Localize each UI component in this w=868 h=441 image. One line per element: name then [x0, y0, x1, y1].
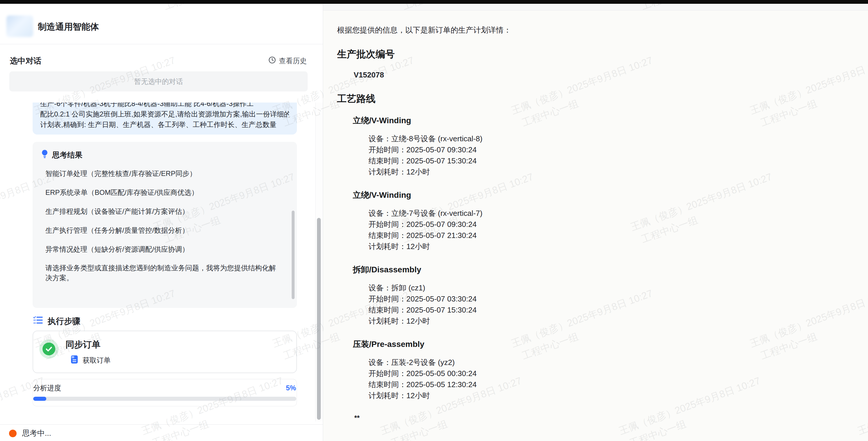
- route-section: 立绕/V-Winding 设备：立绕-7号设备 (rx-vertical-7) …: [337, 190, 850, 252]
- empty-chat-text: 暂无选中的对话: [134, 77, 183, 86]
- route-section-title: 立绕/V-Winding: [353, 190, 850, 200]
- route-end-time: 结束时间：2025-05-07 15:30:24: [369, 155, 850, 166]
- process-route-sections: 立绕/V-Winding 设备：立绕-8号设备 (rx-vertical-8) …: [337, 116, 850, 401]
- status-dot-icon: [9, 430, 17, 437]
- selected-chat-title: 选中对话: [10, 56, 41, 66]
- status-footer: 思考中...: [0, 424, 323, 441]
- thinking-item: 生产排程规划（设备验证/产能计算/方案评估）: [41, 206, 289, 217]
- route-device: 设备：压装-2号设备 (yz2): [369, 357, 850, 368]
- history-clock-icon: [268, 56, 276, 65]
- analysis-progress-card: 分析进度 5%: [33, 379, 297, 406]
- route-section-title: 拆卸/Disassembly: [353, 265, 850, 275]
- panel-scrollbar-thumb[interactable]: [317, 218, 321, 420]
- user-message-bubble: 生产-6个零件/机器-3机子能比8-4/机器-3辅助工能 比4-6/机器-3操作…: [33, 102, 297, 135]
- route-duration: 计划耗时：12小时: [369, 241, 850, 252]
- markdown-footnote: **: [354, 414, 850, 422]
- route-duration: 计划耗时：12小时: [369, 316, 850, 326]
- status-text: 思考中...: [22, 428, 51, 438]
- app-logo: [6, 16, 33, 37]
- thinking-item: ERP系统录单（BOM匹配/库存验证/供应商优选）: [41, 187, 289, 198]
- progress-label: 分析进度: [33, 383, 61, 393]
- route-start-time: 开始时间：2025-05-07 09:30:24: [369, 144, 850, 155]
- production-plan-panel: 根据您提供的信息，以下是新订单的生产计划详情： 生产批次编号 V152078 工…: [323, 10, 868, 441]
- view-history-button[interactable]: 查看历史: [268, 56, 307, 65]
- thinking-item: 智能订单处理（完整性核查/库存验证/ERP同步）: [41, 168, 289, 179]
- progress-bar-fill: [33, 397, 46, 401]
- step-success-halo: [39, 339, 59, 359]
- user-message-line3: 计划表,精确到: 生产日期、生产机器、各工列举、工种工作时长、生产总数量: [40, 119, 289, 130]
- thinking-box-scrollbar[interactable]: [292, 211, 294, 299]
- substep-label: 获取订单: [83, 356, 111, 365]
- progress-bar-track: [33, 397, 296, 401]
- thinking-item: 异常情况处理（短缺分析/资源调配/供应协调）: [41, 244, 289, 255]
- chat-select-row: 选中对话 查看历史: [0, 52, 323, 64]
- progress-value: 5%: [286, 384, 296, 392]
- progress-row: 分析进度 5%: [33, 383, 297, 393]
- route-duration: 计划耗时：12小时: [369, 390, 850, 401]
- lightbulb-icon: [41, 149, 49, 161]
- step-title: 同步订单: [65, 339, 100, 351]
- route-device: 设备：立绕-7号设备 (rx-vertical-7): [369, 208, 850, 219]
- check-circle-icon: [42, 343, 55, 355]
- process-route-heading: 工艺路线: [337, 93, 850, 105]
- route-end-time: 结束时间：2025-05-07 15:30:24: [369, 304, 850, 316]
- route-start-time: 开始时间：2025-05-07 09:30:24: [369, 219, 850, 230]
- route-end-time: 结束时间：2025-05-07 21:30:24: [369, 230, 850, 241]
- ordered-list-icon: [33, 316, 43, 327]
- thinking-result-header: 思考结果: [41, 149, 289, 161]
- agent-panel: 制造通用智能体 选中对话 查看历史 暂无选中的对话 生产-6个零件/机器-3机子…: [0, 4, 323, 441]
- route-section: 压装/Pre-assembly 设备：压装-2号设备 (yz2) 开始时间：20…: [337, 339, 850, 401]
- thinking-hint-text: 请选择业务类型或直接描述您遇到的制造业务问题，我将为您提供结构化解决方案。: [41, 263, 282, 283]
- chat-scroll-area[interactable]: 生产-6个零件/机器-3机子能比8-4/机器-3辅助工能 比4-6/机器-3操作…: [0, 102, 315, 418]
- app-title: 制造通用智能体: [38, 10, 99, 43]
- route-section-title: 立绕/V-Winding: [353, 116, 850, 125]
- batch-number-heading: 生产批次编号: [337, 48, 850, 60]
- view-history-label: 查看历史: [279, 56, 307, 65]
- thinking-result-list: 智能订单处理（完整性核查/库存验证/ERP同步） ERP系统录单（BOM匹配/库…: [41, 168, 289, 255]
- route-section-title: 压装/Pre-assembly: [353, 339, 850, 349]
- user-message-line2: 配比0.2:1 公司实施2班倒上班,如果资源不足,请给出资源增加方案,输出一份详…: [40, 109, 289, 119]
- empty-chat-placeholder: 暂无选中的对话: [9, 71, 308, 91]
- app-header: 制造通用智能体: [0, 10, 323, 44]
- route-device: 设备：立绕-8号设备 (rx-vertical-8): [369, 133, 850, 144]
- plan-intro: 根据您提供的信息，以下是新订单的生产计划详情：: [337, 25, 850, 35]
- execution-step-card: 同步订单 获取订单: [33, 331, 297, 373]
- thinking-result-box: 思考结果 智能订单处理（完整性核查/库存验证/ERP同步） ERP系统录单（BO…: [33, 142, 297, 308]
- execution-steps-header: 执行步骤: [33, 316, 80, 327]
- route-section: 拆卸/Disassembly 设备：拆卸 (cz1) 开始时间：2025-05-…: [337, 265, 850, 326]
- route-end-time: 结束时间：2025-05-05 12:30:24: [369, 379, 850, 390]
- window-top-bar: [0, 0, 868, 4]
- user-message-clipped-line: 生产-6个零件/机器-3机子能比8-4/机器-3辅助工能 比4-6/机器-3操作…: [40, 102, 289, 109]
- route-section: 立绕/V-Winding 设备：立绕-8号设备 (rx-vertical-8) …: [337, 116, 850, 177]
- thinking-item: 生产执行管理（任务分解/质量管控/数据分析）: [41, 225, 289, 236]
- thinking-result-title: 思考结果: [52, 150, 82, 160]
- panel-divider: [323, 4, 323, 441]
- route-start-time: 开始时间：2025-05-05 00:30:24: [369, 368, 850, 379]
- route-device: 设备：拆卸 (cz1): [369, 282, 850, 293]
- substep-row: 获取订单: [71, 355, 111, 365]
- route-duration: 计划耗时：12小时: [369, 166, 850, 177]
- route-start-time: 开始时间：2025-05-07 03:30:24: [369, 293, 850, 304]
- batch-number-value: V152078: [354, 70, 850, 80]
- execution-steps-title: 执行步骤: [48, 316, 80, 327]
- document-icon: [71, 355, 78, 365]
